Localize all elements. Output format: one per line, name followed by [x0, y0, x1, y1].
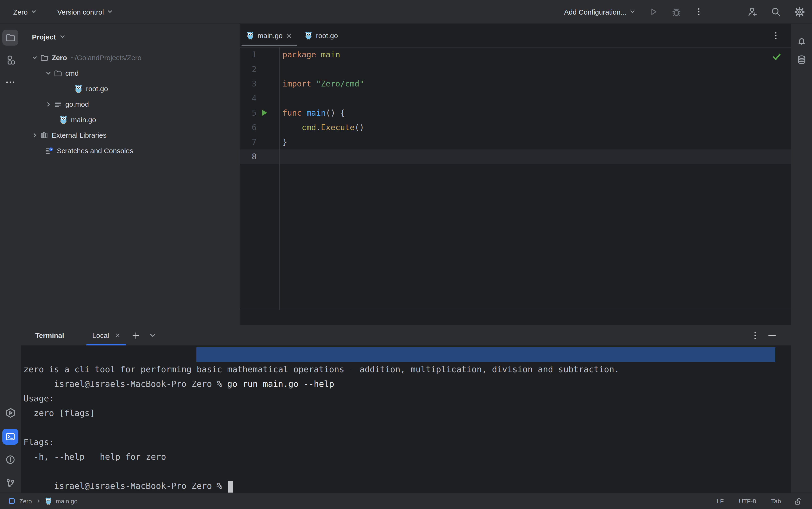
tab-label: root.go	[316, 32, 338, 39]
status-bar: Zero main.go LF UTF-8 Tab	[0, 493, 812, 509]
terminal-prompt: israel@Israels-MacBook-Pro Zero %	[54, 481, 227, 491]
unlocked-icon[interactable]	[794, 497, 802, 505]
debug-button[interactable]	[672, 7, 681, 16]
terminal-tab-local[interactable]: Local	[86, 325, 127, 345]
project-badge-icon	[8, 498, 15, 504]
inspections-ok-icon[interactable]	[773, 53, 781, 61]
external-libraries-icon	[40, 131, 48, 139]
more-vertical-icon[interactable]	[774, 31, 777, 40]
new-terminal-session-button[interactable]	[132, 332, 140, 339]
add-user-icon[interactable]	[748, 7, 757, 16]
structure-tool-button[interactable]	[2, 52, 18, 68]
indent-widget[interactable]: Tab	[764, 498, 788, 505]
terminal-line: Usage:	[24, 391, 791, 406]
git-tool-button[interactable]	[2, 475, 18, 491]
line-ending-widget[interactable]: LF	[709, 498, 731, 505]
more-tool-windows-button[interactable]	[2, 74, 18, 90]
close-icon[interactable]	[286, 33, 292, 38]
run-gutter-icon[interactable]	[262, 109, 268, 116]
left-tool-stripe	[0, 24, 21, 493]
tab-root-go[interactable]: root.go	[298, 24, 345, 47]
go-gopher-icon	[45, 497, 51, 505]
tree-item-label: root.go	[86, 84, 108, 93]
breadcrumb-project[interactable]: Zero	[19, 498, 32, 505]
line-number: 7	[240, 135, 279, 149]
project-widget-label: Zero	[13, 8, 28, 16]
tree-item-go-mod[interactable]: go.mod	[21, 96, 240, 112]
folder-icon	[40, 54, 48, 61]
main-toolbar: Zero Version control Add Configuration..…	[0, 0, 812, 24]
project-widget[interactable]: Zero	[13, 8, 37, 16]
breadcrumb: Zero main.go	[8, 497, 77, 505]
terminal-tab-label: Local	[92, 331, 109, 339]
chevron-down-icon	[107, 9, 113, 14]
terminal-prompt-line: israel@Israels-MacBook-Pro Zero %	[24, 464, 791, 478]
project-panel: Project Zero ~/GolandProjects/Zero cmd r…	[21, 24, 240, 325]
terminal-tool-button[interactable]	[2, 429, 18, 445]
chevron-down-icon[interactable]	[45, 70, 51, 76]
encoding-widget[interactable]: UTF-8	[731, 498, 764, 505]
chevron-right-icon[interactable]	[45, 101, 51, 107]
gear-icon[interactable]	[795, 7, 805, 17]
goland-window: Zero Version control Add Configuration..…	[0, 0, 812, 509]
code-editor[interactable]: 1 package main 2 3 import "Zero/cmd" 4 5…	[240, 47, 791, 325]
chevron-right-icon	[36, 499, 41, 503]
services-icon	[5, 408, 15, 417]
run-configuration-selector[interactable]: Add Configuration...	[564, 8, 635, 16]
terminal-cursor	[228, 481, 233, 492]
line-number: 8	[240, 149, 279, 164]
go-gopher-icon	[75, 84, 82, 93]
tree-item-root-go[interactable]: root.go	[21, 81, 240, 96]
terminal-sessions-dropdown[interactable]	[150, 332, 156, 339]
right-tool-stripe	[791, 24, 812, 493]
search-icon[interactable]	[771, 7, 780, 16]
line-number: 1	[240, 47, 279, 62]
chevron-right-icon[interactable]	[32, 132, 38, 138]
terminal-line: Flags:	[24, 435, 791, 449]
chevron-down-icon[interactable]	[32, 55, 38, 60]
terminal-selection-highlight	[197, 347, 775, 362]
notifications-button[interactable]	[794, 33, 810, 49]
tree-item-cmd[interactable]: cmd	[21, 65, 240, 81]
run-configuration-label: Add Configuration...	[564, 8, 626, 16]
terminal-icon	[6, 432, 15, 441]
scratches-icon	[45, 147, 53, 155]
terminal-command-line: israel@Israels-MacBook-Pro Zero % go run…	[24, 347, 791, 362]
go-gopher-icon	[247, 32, 254, 39]
project-panel-header[interactable]: Project	[21, 29, 240, 45]
code-line: 6 cmd.Execute()	[240, 120, 791, 135]
gutter-separator	[279, 47, 280, 310]
more-vertical-icon[interactable]	[695, 7, 703, 16]
minimize-icon[interactable]	[768, 334, 776, 336]
tree-item-main-go-selected[interactable]: main.go	[21, 112, 240, 127]
terminal-output[interactable]: israel@Israels-MacBook-Pro Zero % go run…	[21, 345, 791, 493]
terminal-panel-title[interactable]: Terminal	[21, 331, 64, 339]
code-line: 7 }	[240, 135, 791, 149]
close-icon[interactable]	[115, 333, 120, 338]
status-widgets: LF UTF-8 Tab	[709, 497, 802, 505]
go-gopher-icon	[60, 115, 67, 124]
toolbar-left: Zero Version control	[13, 8, 113, 16]
tree-item-external-libraries[interactable]: External Libraries	[21, 127, 240, 143]
project-tool-button[interactable]	[2, 30, 18, 45]
go-gopher-icon	[305, 32, 312, 39]
tab-label: main.go	[257, 32, 283, 39]
vcs-widget[interactable]: Version control	[57, 8, 113, 16]
run-button[interactable]	[649, 7, 658, 16]
services-tool-button[interactable]	[2, 405, 18, 421]
problems-tool-button[interactable]	[2, 452, 18, 468]
toolbar-right: Add Configuration...	[564, 7, 805, 17]
breadcrumb-file[interactable]: main.go	[56, 498, 77, 505]
tree-item-zero[interactable]: Zero ~/GolandProjects/Zero	[21, 50, 240, 65]
terminal-line	[24, 376, 791, 391]
tab-main-go[interactable]: main.go	[240, 24, 298, 47]
tree-item-label: main.go	[71, 115, 96, 124]
tree-item-scratches[interactable]: Scratches and Consoles	[21, 143, 240, 158]
more-vertical-icon[interactable]	[754, 331, 756, 340]
terminal-panel-header: Terminal Local	[21, 325, 791, 345]
tree-item-label: Zero	[52, 54, 67, 62]
line-number: 6	[240, 120, 279, 135]
vcs-widget-label: Version control	[57, 8, 104, 16]
problems-icon	[6, 455, 15, 464]
database-button[interactable]	[794, 52, 810, 68]
